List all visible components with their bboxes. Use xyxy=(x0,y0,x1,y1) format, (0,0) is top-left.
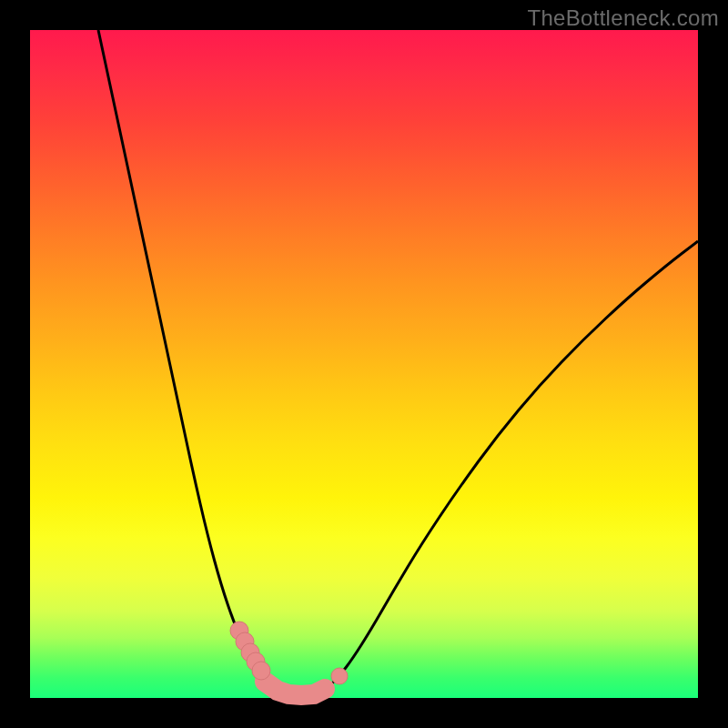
left-marker-cluster xyxy=(230,622,270,680)
lone-marker xyxy=(331,668,348,684)
marker-dot xyxy=(252,662,270,680)
watermark-text: TheBottleneck.com xyxy=(527,5,719,31)
bottleneck-curve-left xyxy=(98,30,298,695)
bottleneck-curve-right xyxy=(298,241,698,695)
plot-area xyxy=(30,30,698,698)
chart-frame: TheBottleneck.com xyxy=(0,0,728,728)
curve-overlay xyxy=(30,30,698,698)
bottom-marker-band xyxy=(265,682,325,695)
